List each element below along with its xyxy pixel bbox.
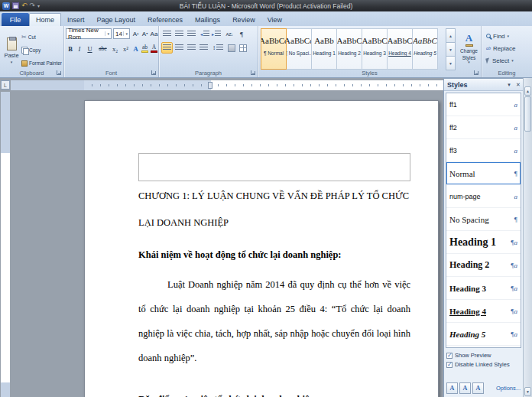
show-hide-pilcrow-button[interactable]: ¶ <box>236 28 247 40</box>
chevron-down-icon[interactable]: ▾ <box>105 31 109 36</box>
style-no-spacing-cell[interactable]: AaBbCc ¶ No Spaci... <box>286 28 312 70</box>
scroll-down-icon[interactable]: ▼ <box>524 387 531 396</box>
save-icon[interactable] <box>12 2 19 9</box>
style-heading3-cell[interactable]: AaBbC Heading 3 <box>362 28 388 70</box>
tab-home[interactable]: Home <box>29 13 61 26</box>
align-left-button[interactable] <box>161 42 173 54</box>
scroll-up-icon[interactable]: ▲ <box>524 86 531 96</box>
tab-file[interactable]: File <box>2 13 29 26</box>
increase-indent-button[interactable]: ▸ <box>211 28 222 40</box>
body-paragraph[interactable]: Luật Doanh nghiệp năm 2014 đã quy định c… <box>138 272 410 370</box>
highlight-color-button[interactable]: ab <box>141 43 149 54</box>
multilevel-list-button[interactable] <box>186 28 197 40</box>
style-item-ff2[interactable]: ff2a <box>446 116 521 139</box>
tab-view[interactable]: View <box>261 13 288 26</box>
horizontal-ruler[interactable] <box>11 80 442 90</box>
clipboard-dialog-launcher-icon[interactable] <box>57 70 61 75</box>
show-preview-checkbox[interactable]: Show Preview <box>446 352 521 359</box>
grow-font-button[interactable]: A▴ <box>131 28 140 39</box>
style-item-heading2[interactable]: Heading 2¶a <box>446 254 521 277</box>
redo-icon[interactable]: ↷ <box>30 2 36 9</box>
pane-close-icon[interactable]: ✕ <box>514 80 523 89</box>
style-heading5-cell[interactable]: AaBbC Heading 5 <box>412 28 438 70</box>
select-button[interactable]: Select ▾ <box>486 55 514 66</box>
style-item-ff3[interactable]: ff3a <box>446 139 521 162</box>
subheading-2[interactable]: Đặc điểm của việc tổ chức lại doanh nghi… <box>138 387 410 397</box>
style-normal-cell[interactable]: AaBbCc ¶ Normal <box>261 28 287 70</box>
tab-references[interactable]: References <box>141 13 189 26</box>
style-item-normal[interactable]: Normal¶ <box>446 162 521 185</box>
cut-button[interactable]: ✂ Cut <box>21 31 63 43</box>
shrink-font-button[interactable]: A▾ <box>141 28 149 39</box>
tab-mailings[interactable]: Mailings <box>189 13 226 26</box>
align-right-button[interactable] <box>186 42 197 54</box>
gallery-more-icon[interactable]: ▼ <box>446 56 456 70</box>
style-item-heading3[interactable]: Heading 3¶a <box>446 277 521 300</box>
strikethrough-button[interactable]: abc <box>96 43 109 54</box>
document-page[interactable]: CHƯƠNG 1: LÝ LUẬN CHUNG VỀ VẤN ĐỀ PHÁP L… <box>84 100 439 397</box>
style-item-no-spacing[interactable]: No Spacing¶ <box>446 208 521 231</box>
new-style-button[interactable]: A <box>446 382 458 394</box>
shading-button[interactable] <box>226 42 237 54</box>
tab-review[interactable]: Review <box>226 13 261 26</box>
style-item-heading1[interactable]: Heading 1¶a <box>446 231 521 254</box>
style-item-ff1[interactable]: ff1a <box>446 93 521 116</box>
font-size-combo[interactable]: 14 ▾ <box>113 28 130 39</box>
justify-button[interactable] <box>198 42 209 54</box>
style-heading2-cell[interactable]: AaBbC Heading 2 <box>336 28 362 70</box>
style-inspector-button[interactable]: A <box>459 382 471 394</box>
subheading-1[interactable]: Khái niệm về hoạt động tổ chức lại doanh… <box>138 242 410 268</box>
font-family-combo[interactable]: Times New Rom ▾ <box>66 28 112 39</box>
paste-dropdown-icon[interactable]: ▾ <box>11 60 13 63</box>
subscript-button[interactable]: x₂ <box>110 43 120 54</box>
vertical-ruler[interactable] <box>1 92 10 397</box>
style-item-heading5[interactable]: Heading 5¶a <box>446 323 521 346</box>
line-spacing-button[interactable]: ↕ <box>212 42 224 54</box>
format-painter-button[interactable]: Format Painter <box>21 57 63 69</box>
undo-icon[interactable]: ↶ <box>21 2 28 9</box>
gallery-up-icon[interactable]: ▲ <box>446 28 456 43</box>
bullets-button[interactable] <box>161 28 173 40</box>
style-item-num-page[interactable]: num-pagea <box>446 185 521 208</box>
style-item-heading4[interactable]: Heading 4¶a <box>446 300 521 323</box>
font-dialog-launcher-icon[interactable] <box>151 70 156 75</box>
styles-dialog-launcher-icon[interactable] <box>474 70 478 75</box>
options-link[interactable]: Options... <box>496 385 521 392</box>
scrollbar-thumb[interactable] <box>524 96 531 132</box>
checkbox-icon[interactable] <box>446 362 453 368</box>
paragraph-dialog-launcher-icon[interactable] <box>251 70 255 75</box>
italic-button[interactable]: I <box>76 43 83 54</box>
find-button[interactable]: Find ▾ <box>486 31 509 41</box>
style-heading1-cell[interactable]: AaBb Heading 1 <box>311 28 337 70</box>
borders-button[interactable] <box>238 42 248 54</box>
gallery-down-icon[interactable]: ▼ <box>446 42 456 57</box>
change-case-button[interactable]: Aa <box>150 28 158 39</box>
chevron-down-icon[interactable]: ▾ <box>123 31 128 36</box>
checkbox-icon[interactable] <box>446 353 453 359</box>
text-effects-button[interactable]: A <box>131 43 140 54</box>
chapter-heading[interactable]: CHƯƠNG 1: LÝ LUẬN CHUNG VỀ VẤN ĐỀ PHÁP L… <box>138 183 410 236</box>
tab-page-layout[interactable]: Page Layout <box>91 13 142 26</box>
font-color-button[interactable]: A <box>150 43 158 54</box>
pane-dropdown-icon[interactable]: ▾ <box>504 80 514 89</box>
numbering-button[interactable] <box>174 28 185 40</box>
bold-button[interactable]: B <box>66 43 75 54</box>
decrease-indent-button[interactable]: ◂ <box>200 28 210 40</box>
align-center-button[interactable] <box>174 42 185 54</box>
change-styles-button[interactable]: A Change Styles ▾ <box>459 28 479 70</box>
indent-marker-left[interactable] <box>208 82 212 89</box>
replace-button[interactable]: ab Replace <box>486 43 515 54</box>
underline-button[interactable]: U <box>84 43 96 54</box>
vertical-scrollbar[interactable]: ▲ ▼ <box>523 78 532 397</box>
word-logo-icon[interactable]: W <box>2 2 10 10</box>
disable-linked-checkbox[interactable]: Disable Linked Styles <box>446 361 521 368</box>
tab-selector-box[interactable]: L <box>1 80 10 89</box>
qat-dropdown-icon[interactable]: ▾ <box>37 3 40 8</box>
superscript-button[interactable]: x² <box>121 43 131 54</box>
copy-button[interactable]: Copy <box>21 44 63 56</box>
document-content[interactable]: CHƯƠNG 1: LÝ LUẬN CHUNG VỀ VẤN ĐỀ PHÁP L… <box>138 183 410 397</box>
sort-button[interactable]: AZ↓ <box>224 28 235 40</box>
paste-button[interactable]: Paste ▾ <box>2 29 21 72</box>
tab-insert[interactable]: Insert <box>61 13 91 26</box>
style-heading4-cell[interactable]: AaBbC Heading 4 <box>387 28 413 70</box>
